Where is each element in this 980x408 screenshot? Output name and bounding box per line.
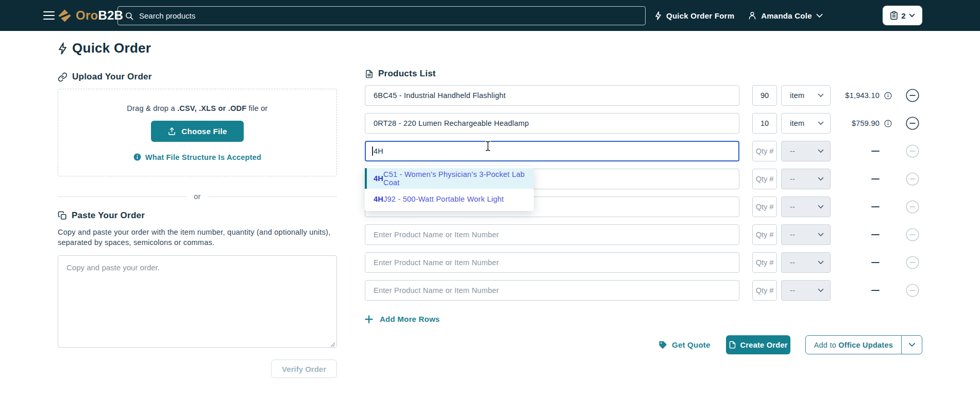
product-name-input[interactable] [365,224,739,245]
unit-value: -- [790,175,795,183]
match-text: 4H [374,195,383,203]
quantity-input[interactable] [752,113,777,134]
search-bar[interactable] [117,6,646,25]
quick-order-left-panel: Quick Order Upload Your Order Drag & dro… [58,40,337,378]
plus-icon [365,315,373,323]
unit-value: -- [790,258,795,267]
unit-select[interactable]: item [781,113,831,134]
quantity-input[interactable] [752,224,777,245]
quantity-input[interactable] [752,169,777,189]
unit-select[interactable]: item [781,85,831,106]
lightning-bolt-icon [654,11,662,20]
quantity-input[interactable] [752,252,777,273]
products-list-heading: Products List [365,69,922,79]
empty-price-dash [871,206,880,208]
unit-select[interactable]: -- [781,224,831,245]
chevron-down-icon [818,121,824,125]
autocomplete-item[interactable]: 4HC51 - Women’s Physician’s 3-Pocket Lab… [365,168,534,189]
link-icon [58,72,67,82]
price-info-icon [884,259,892,267]
quantity-input[interactable] [752,280,777,301]
price-info-icon[interactable] [884,92,892,100]
split-chevron-button[interactable] [902,336,922,354]
file-dropzone[interactable]: Drag & drop a .CSV, .XLS or .ODF file or… [58,89,337,176]
chevron-down-icon [818,233,824,237]
tag-icon [658,340,667,349]
remove-row-button[interactable] [906,116,920,130]
upload-order-heading: Upload Your Order [58,72,337,82]
page-title: Quick Order [58,40,337,56]
chevron-down-icon [818,93,824,97]
remove-row-button [906,255,920,270]
chevron-down-icon [816,13,823,18]
quantity-input[interactable] [752,85,777,106]
price-info-icon [884,203,892,211]
paste-order-heading: Paste Your Order [58,210,337,221]
search-icon [125,11,134,21]
shopping-list-button[interactable]: 2 [883,6,922,25]
paste-order-textarea[interactable] [58,255,337,348]
autocomplete-item[interactable]: 4HJ92 - 500-Watt Portable Work Light [365,189,534,209]
price-info-icon[interactable] [884,120,892,127]
product-name-input[interactable] [365,141,739,161]
info-filled-icon [133,153,141,161]
resize-handle[interactable] [330,342,335,347]
product-name-input[interactable] [365,113,739,134]
choose-file-button[interactable]: Choose File [151,121,244,142]
remove-row-button [906,227,920,242]
verify-order-button[interactable]: Verify Order [271,360,337,378]
hamburger-menu-icon[interactable] [43,10,55,21]
chevron-down-icon [818,177,824,181]
quantity-input[interactable] [752,197,777,217]
lightning-bolt-icon [58,42,67,55]
quick-order-form-link[interactable]: Quick Order Form [654,11,734,20]
chevron-down-icon [818,205,824,209]
unit-value: -- [790,203,795,211]
unit-select[interactable]: -- [781,252,831,273]
dropzone-instructions: Drag & drop a .CSV, .XLS or .ODF file or [127,104,267,112]
paste-order-description: Copy and paste your order with the item … [58,227,337,248]
row-subtotal: $1,943.10 [845,91,880,100]
unit-select[interactable]: -- [781,280,831,301]
brand-logo[interactable]: OroB2B [58,8,123,23]
products-list-panel: Products List item $1,943.10 [365,69,922,354]
unit-value: -- [790,147,795,155]
create-order-button[interactable]: Create Order [726,335,790,354]
unit-select[interactable]: -- [781,141,831,161]
product-autocomplete-dropdown: 4HC51 - Women’s Physician’s 3-Pocket Lab… [365,167,534,211]
match-text: 4H [374,174,383,183]
unit-value: item [790,119,804,127]
price-info-icon [884,231,892,239]
empty-price-dash [871,262,880,264]
file-structure-link[interactable]: What File Structure Is Accepted [133,153,261,161]
quantity-input[interactable] [752,141,777,161]
add-to-list-split-button: Add to Office Updates [805,335,922,354]
product-row: item $1,943.10 [365,85,922,106]
unit-select[interactable]: -- [781,169,831,189]
search-input[interactable] [139,11,638,20]
user-menu[interactable]: Amanda Cole [748,11,823,20]
add-more-rows-link[interactable]: Add More Rows [365,315,440,323]
unit-select[interactable]: -- [781,197,831,217]
user-icon [748,11,757,20]
product-name-input[interactable] [365,85,739,106]
price-info-icon [884,287,892,295]
chevron-down-icon [818,288,824,292]
remove-row-button[interactable] [906,88,920,103]
chevron-down-icon [818,260,824,265]
add-to-list-button[interactable]: Add to Office Updates [806,336,901,354]
unit-value: item [790,91,804,100]
navbar-right: Quick Order Form Amanda Cole 2 [654,0,922,31]
product-name-input[interactable] [365,280,739,301]
user-name: Amanda Cole [761,11,812,20]
order-actions: Get Quote Create Order Add to Office Upd… [365,335,922,354]
cart-count: 2 [901,11,905,20]
remove-row-button [906,144,920,158]
logo-text: OroB2B [76,8,123,23]
text-caret [372,146,373,156]
product-name-input[interactable] [365,252,739,273]
product-row: -- [365,141,922,161]
get-quote-link[interactable]: Get Quote [658,340,711,349]
remove-row-button [906,200,920,214]
document-icon [365,69,374,79]
